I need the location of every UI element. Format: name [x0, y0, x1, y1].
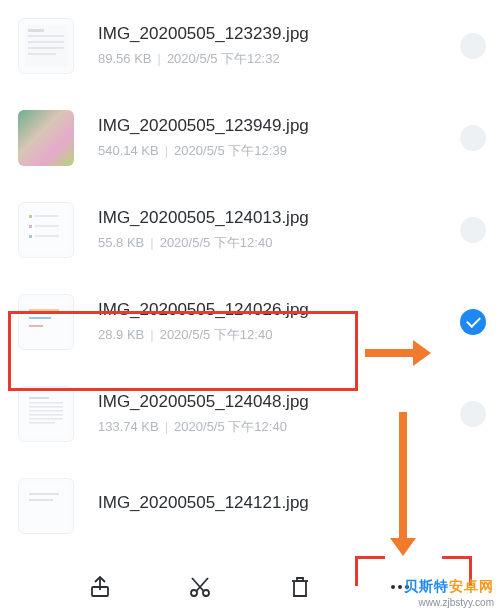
list-item[interactable]: IMG_20200505_124048.jpg 133.74 KB|2020/5… — [0, 368, 500, 460]
file-meta: IMG_20200505_123239.jpg 89.56 KB|2020/5/… — [98, 24, 450, 68]
file-meta: IMG_20200505_124121.jpg — [98, 493, 450, 519]
file-thumbnail — [18, 294, 74, 350]
svg-rect-19 — [29, 402, 63, 404]
file-subtext: 133.74 KB|2020/5/5 下午12:40 — [98, 418, 450, 436]
file-name: IMG_20200505_124121.jpg — [98, 493, 450, 513]
svg-rect-8 — [35, 215, 59, 217]
svg-point-29 — [191, 590, 197, 596]
svg-rect-9 — [29, 225, 32, 228]
file-meta: IMG_20200505_123949.jpg 540.14 KB|2020/5… — [98, 116, 450, 160]
file-name: IMG_20200505_124026.jpg — [98, 300, 450, 320]
file-subtext: 28.9 KB|2020/5/5 下午12:40 — [98, 326, 450, 344]
svg-rect-15 — [29, 317, 51, 319]
svg-rect-26 — [29, 493, 59, 495]
svg-rect-10 — [35, 225, 59, 227]
select-radio[interactable] — [460, 125, 486, 151]
svg-rect-11 — [29, 235, 32, 238]
select-radio[interactable] — [460, 217, 486, 243]
select-radio[interactable] — [460, 401, 486, 427]
svg-rect-2 — [28, 35, 64, 37]
list-item[interactable]: IMG_20200505_124026.jpg 28.9 KB|2020/5/5… — [0, 276, 500, 368]
watermark-url: www.zjbstyy.com — [404, 597, 494, 608]
svg-rect-4 — [28, 47, 64, 49]
delete-button[interactable] — [287, 574, 313, 600]
svg-rect-5 — [28, 53, 56, 55]
svg-rect-21 — [29, 410, 63, 412]
svg-rect-3 — [28, 41, 64, 43]
svg-rect-22 — [29, 414, 63, 416]
cut-button[interactable] — [187, 574, 213, 600]
file-thumbnail — [18, 202, 74, 258]
list-item[interactable]: IMG_20200505_124013.jpg 55.8 KB|2020/5/5… — [0, 184, 500, 276]
file-list: IMG_20200505_123239.jpg 89.56 KB|2020/5/… — [0, 0, 500, 538]
file-subtext: 540.14 KB|2020/5/5 下午12:39 — [98, 142, 450, 160]
svg-rect-20 — [29, 406, 63, 408]
file-name: IMG_20200505_124013.jpg — [98, 208, 450, 228]
watermark: 贝斯特安卓网 www.zjbstyy.com — [404, 578, 494, 608]
list-item[interactable]: IMG_20200505_123239.jpg 89.56 KB|2020/5/… — [0, 0, 500, 92]
file-thumbnail — [18, 110, 74, 166]
list-item[interactable]: IMG_20200505_123949.jpg 540.14 KB|2020/5… — [0, 92, 500, 184]
list-item[interactable]: IMG_20200505_124121.jpg — [0, 460, 500, 538]
svg-rect-18 — [29, 397, 49, 399]
svg-rect-13 — [25, 301, 67, 343]
svg-rect-16 — [29, 325, 43, 327]
file-meta: IMG_20200505_124013.jpg 55.8 KB|2020/5/5… — [98, 208, 450, 252]
file-meta: IMG_20200505_124026.jpg 28.9 KB|2020/5/5… — [98, 300, 450, 344]
file-thumbnail — [18, 18, 74, 74]
select-radio[interactable] — [460, 309, 486, 335]
svg-rect-25 — [25, 485, 67, 527]
share-button[interactable] — [87, 574, 113, 600]
file-name: IMG_20200505_124048.jpg — [98, 392, 450, 412]
file-meta: IMG_20200505_124048.jpg 133.74 KB|2020/5… — [98, 392, 450, 436]
file-subtext: 89.56 KB|2020/5/5 下午12:32 — [98, 50, 450, 68]
svg-rect-14 — [29, 309, 59, 311]
select-radio[interactable] — [460, 33, 486, 59]
svg-rect-7 — [29, 215, 32, 218]
file-name: IMG_20200505_123239.jpg — [98, 24, 450, 44]
svg-point-31 — [391, 585, 395, 589]
watermark-title: 贝斯特安卓网 — [404, 578, 494, 596]
svg-point-30 — [203, 590, 209, 596]
svg-rect-23 — [29, 418, 63, 420]
file-thumbnail — [18, 478, 74, 534]
svg-rect-12 — [35, 235, 59, 237]
file-thumbnail — [18, 386, 74, 442]
file-name: IMG_20200505_123949.jpg — [98, 116, 450, 136]
svg-point-32 — [398, 585, 402, 589]
svg-rect-1 — [28, 29, 44, 32]
svg-rect-27 — [29, 499, 53, 501]
svg-rect-24 — [29, 422, 55, 424]
file-subtext: 55.8 KB|2020/5/5 下午12:40 — [98, 234, 450, 252]
